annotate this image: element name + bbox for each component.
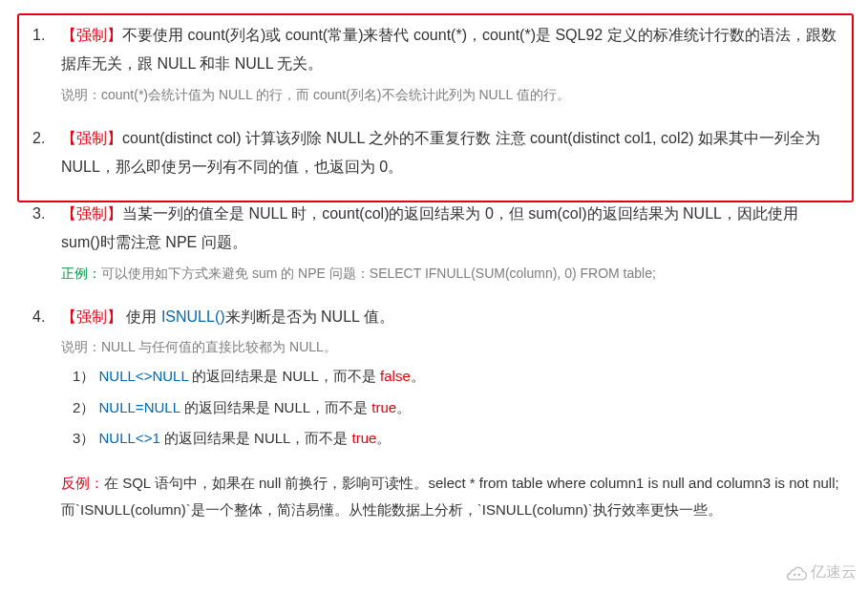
- sub-code: NULL=NULL: [99, 399, 180, 415]
- tag-mandatory: 【强制】: [61, 205, 122, 222]
- good-text: 可以使用如下方式来避免 sum 的 NPE 问题：SELECT IFNULL(S…: [101, 265, 656, 281]
- good-example: 正例：可以使用如下方式来避免 sum 的 NPE 问题：SELECT IFNUL…: [61, 262, 841, 286]
- rule-item-1: 【强制】不要使用 count(列名)或 count(常量)来替代 count(*…: [27, 21, 841, 107]
- watermark: 亿速云: [786, 562, 857, 583]
- rule-item-2: 【强制】count(distinct col) 计算该列除 NULL 之外的不重…: [27, 124, 841, 182]
- bad-example: 反例：在 SQL 语句中，如果在 null 前换行，影响可读性。select *…: [27, 470, 841, 524]
- body-func: ISNULL(): [161, 308, 225, 325]
- sub-code: NULL<>NULL: [99, 368, 189, 384]
- rule-note: 说明：NULL 与任何值的直接比较都为 NULL。: [61, 335, 841, 359]
- rule-body: 当某一列的值全是 NULL 时，count(col)的返回结果为 0，但 sum…: [61, 205, 798, 250]
- body-pre: 使用: [122, 308, 161, 325]
- sub-keyword: true: [371, 399, 396, 415]
- note-text: NULL 与任何值的直接比较都为 NULL。: [101, 339, 337, 354]
- sub-item-3: 3） NULL<>1 的返回结果是 NULL，而不是 true。: [61, 425, 841, 453]
- body-post: 来判断是否为 NULL 值。: [225, 308, 394, 325]
- sub-index: 2）: [73, 399, 95, 415]
- sub-index: 1）: [73, 368, 95, 384]
- sub-code: NULL<>1: [99, 430, 160, 446]
- rule-item-3: 【强制】当某一列的值全是 NULL 时，count(col)的返回结果为 0，但…: [27, 200, 841, 286]
- sub-index: 3）: [73, 430, 95, 446]
- watermark-text: 亿速云: [811, 562, 857, 583]
- sub-suffix: 。: [376, 430, 391, 446]
- tag-mandatory: 【强制】: [61, 308, 122, 325]
- rule-list: 【强制】不要使用 count(列名)或 count(常量)来替代 count(*…: [27, 21, 841, 453]
- tag-mandatory: 【强制】: [61, 27, 122, 43]
- sub-item-2: 2） NULL=NULL 的返回结果是 NULL，而不是 true。: [61, 394, 841, 422]
- sub-keyword: false: [380, 368, 411, 384]
- sub-keyword: true: [352, 430, 377, 446]
- svg-point-1: [797, 573, 800, 576]
- good-label: 正例：: [61, 265, 101, 281]
- sub-item-1: 1） NULL<>NULL 的返回结果是 NULL，而不是 false。: [61, 363, 841, 391]
- bad-label: 反例：: [61, 475, 104, 491]
- cloud-icon: [786, 565, 807, 581]
- tag-mandatory: 【强制】: [61, 130, 122, 146]
- sub-mid: 的返回结果是 NULL，而不是: [188, 368, 380, 384]
- rule-item-4: 【强制】 使用 ISNULL()来判断是否为 NULL 值。 说明：NULL 与…: [27, 303, 841, 453]
- sub-mid: 的返回结果是 NULL，而不是: [160, 430, 352, 446]
- rule-body: 不要使用 count(列名)或 count(常量)来替代 count(*)，co…: [61, 27, 836, 72]
- note-text: count(*)会统计值为 NULL 的行，而 count(列名)不会统计此列为…: [101, 87, 570, 102]
- sub-mid: 的返回结果是 NULL，而不是: [180, 399, 371, 415]
- svg-point-0: [794, 573, 796, 576]
- rule-note: 说明：count(*)会统计值为 NULL 的行，而 count(列名)不会统计…: [61, 83, 841, 107]
- sub-suffix: 。: [396, 399, 411, 415]
- bad-text: 在 SQL 语句中，如果在 null 前换行，影响可读性。select * fr…: [61, 475, 839, 519]
- rule-body: count(distinct col) 计算该列除 NULL 之外的不重复行数 …: [61, 130, 820, 175]
- note-label: 说明：: [61, 339, 101, 354]
- note-label: 说明：: [61, 87, 101, 102]
- sub-suffix: 。: [411, 368, 425, 384]
